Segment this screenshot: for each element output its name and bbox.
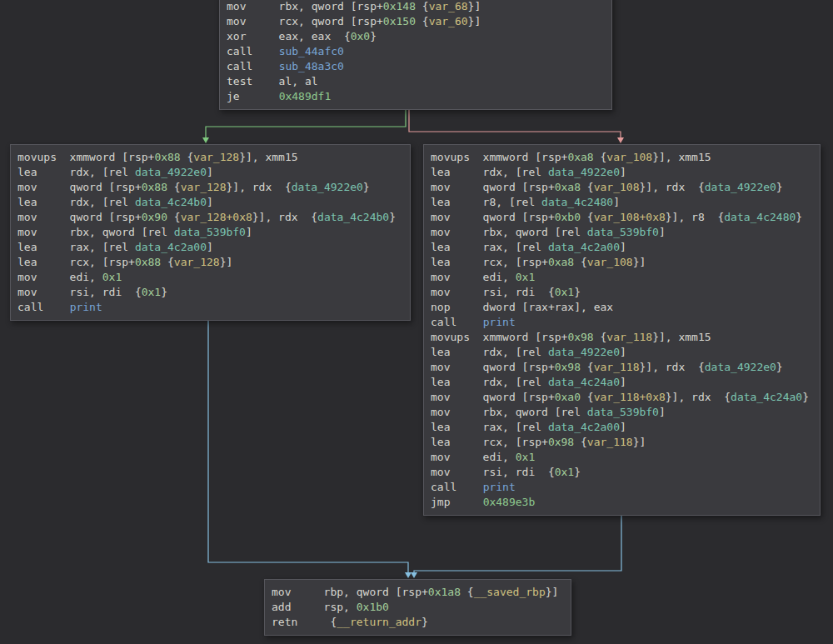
- asm-instruction[interactable]: lea rcx, [rsp+0xa8 {var_108}]: [431, 255, 813, 270]
- asm-instruction[interactable]: mov rbx, qword [rsp+0x148 {var_68}]: [227, 0, 605, 14]
- asm-token-function-symbol: print: [483, 481, 516, 493]
- asm-token-text: retn {: [272, 616, 337, 628]
- asm-instruction[interactable]: mov edi, 0x1: [431, 450, 813, 465]
- basic-block-exit[interactable]: mov rbp, qword [rsp+0x1a8 {__saved_rbp}]…: [264, 579, 571, 636]
- asm-token-text: jmp: [431, 496, 483, 508]
- asm-instruction[interactable]: je 0x489df1: [227, 89, 605, 104]
- asm-token-code-address: 0x489e3b: [483, 496, 536, 508]
- asm-token-text: }]: [220, 256, 233, 268]
- asm-instruction[interactable]: lea rdx, [rel data_4922e0]: [431, 165, 813, 180]
- asm-token-text: }: [161, 286, 167, 298]
- asm-instruction[interactable]: lea rax, [rel data_4c2a00]: [431, 420, 813, 435]
- graph-view[interactable]: mov rbx, qword [rsp+0x148 {var_68}]mov r…: [0, 0, 833, 644]
- asm-token-variable: var_108: [606, 151, 652, 163]
- asm-instruction[interactable]: jmp 0x489e3b: [431, 495, 813, 510]
- asm-token-text: add rsp,: [272, 601, 357, 613]
- asm-token-text: }], xmm15: [652, 331, 711, 343]
- asm-instruction[interactable]: mov edi, 0x1: [17, 270, 403, 285]
- asm-instruction[interactable]: mov rcx, qword [rsp+0x150 {var_60}]: [227, 14, 605, 29]
- asm-token-text: {: [167, 181, 181, 193]
- asm-token-variable: __return_addr: [337, 616, 421, 628]
- asm-token-data-symbol: data_4c24a0: [548, 376, 620, 388]
- asm-token-text: mov rbx, qword [rel: [431, 406, 587, 418]
- asm-instruction[interactable]: lea rdx, [rel data_4c24a0]: [431, 375, 813, 390]
- asm-instruction[interactable]: movups xmmword [rsp+0xa8 {var_108}], xmm…: [431, 150, 813, 165]
- asm-instruction[interactable]: mov rbx, qword [rel data_539bf0]: [431, 405, 813, 420]
- asm-instruction[interactable]: mov qword [rsp+0xa8 {var_108}], rdx {dat…: [431, 180, 813, 195]
- basic-block-true-branch[interactable]: movups xmmword [rsp+0x88 {var_128}], xmm…: [10, 144, 411, 321]
- asm-token-text: {: [416, 15, 429, 27]
- asm-instruction[interactable]: mov qword [rsp+0x90 {var_128+0x8}], rdx …: [17, 210, 403, 225]
- asm-instruction[interactable]: movups xmmword [rsp+0x88 {var_128}], xmm…: [17, 150, 403, 165]
- asm-token-number: 0x1: [516, 451, 535, 463]
- asm-token-number: 0x150: [383, 15, 416, 27]
- asm-instruction[interactable]: mov rbp, qword [rsp+0x1a8 {__saved_rbp}]: [272, 585, 564, 600]
- asm-token-text: ]: [207, 166, 213, 178]
- asm-token-text: ]: [613, 196, 620, 208]
- asm-instruction[interactable]: mov qword [rsp+0x88 {var_128}], rdx {dat…: [17, 180, 403, 195]
- asm-token-number: 0x90: [142, 211, 167, 223]
- asm-instruction[interactable]: lea r8, [rel data_4c2480]: [431, 195, 813, 210]
- asm-token-variable: var_118: [606, 331, 652, 343]
- asm-token-text: mov rsi, rdi {: [431, 286, 555, 298]
- asm-token-data-symbol: data_4c2a00: [548, 241, 620, 253]
- asm-token-text: }]: [468, 0, 481, 12]
- asm-instruction[interactable]: call print: [431, 480, 813, 495]
- asm-token-function-symbol: sub_44afc0: [279, 45, 344, 57]
- asm-instruction[interactable]: retn {__return_addr}: [272, 615, 564, 630]
- asm-instruction[interactable]: mov edi, 0x1: [431, 270, 813, 285]
- basic-block-false-branch[interactable]: movups xmmword [rsp+0xa8 {var_108}], xmm…: [423, 144, 821, 516]
- asm-token-text: }]: [633, 436, 646, 448]
- asm-instruction[interactable]: mov rsi, rdi {0x1}: [431, 465, 813, 480]
- asm-token-number: 0x148: [383, 0, 416, 12]
- asm-instruction[interactable]: mov qword [rsp+0x98 {var_118}], rdx {dat…: [431, 360, 813, 375]
- asm-token-data-symbol: data_4c24b0: [135, 196, 207, 208]
- asm-instruction[interactable]: movups xmmword [rsp+0x98 {var_118}], xmm…: [431, 330, 813, 345]
- asm-instruction[interactable]: mov qword [rsp+0xb0 {var_108+0x8}], r8 {…: [431, 210, 813, 225]
- basic-block-entry[interactable]: mov rbx, qword [rsp+0x148 {var_68}]mov r…: [219, 0, 612, 110]
- asm-token-data-symbol: data_539bf0: [587, 226, 659, 238]
- asm-token-text: mov rbp, qword [rsp+: [272, 586, 428, 598]
- asm-instruction[interactable]: lea rcx, [rsp+0x88 {var_128}]: [17, 255, 403, 270]
- asm-token-text: mov rcx, qword [rsp+: [227, 15, 383, 27]
- asm-token-text: lea r8, [rel: [431, 196, 541, 208]
- edge-arrowhead-icon: [202, 137, 209, 143]
- asm-instruction[interactable]: add rsp, 0x1b0: [272, 600, 564, 615]
- asm-instruction[interactable]: test al, al: [227, 74, 605, 89]
- asm-instruction[interactable]: mov qword [rsp+0xa0 {var_118+0x8}], rdx …: [431, 390, 813, 405]
- asm-token-text: call: [17, 301, 70, 313]
- asm-instruction[interactable]: lea rdx, [rel data_4922e0]: [17, 165, 403, 180]
- asm-token-text: {: [594, 331, 607, 343]
- asm-token-function-symbol: sub_48a3c0: [279, 60, 344, 72]
- asm-token-text: }: [389, 211, 396, 223]
- asm-token-text: lea rcx, [rsp+: [17, 256, 135, 268]
- asm-token-text: {: [416, 0, 429, 12]
- asm-instruction[interactable]: mov rsi, rdi {0x1}: [431, 285, 813, 300]
- asm-instruction[interactable]: lea rdx, [rel data_4922e0]: [431, 345, 813, 360]
- asm-instruction[interactable]: mov rbx, qword [rel data_539bf0]: [431, 225, 813, 240]
- asm-token-number: 0x98: [555, 361, 581, 373]
- asm-token-text: call: [227, 45, 279, 57]
- asm-instruction[interactable]: lea rcx, [rsp+0x98 {var_118}]: [431, 435, 813, 450]
- asm-instruction[interactable]: lea rax, [rel data_4c2a00]: [431, 240, 813, 255]
- asm-token-text: lea rax, [rel: [17, 241, 135, 253]
- asm-token-variable: __saved_rbp: [474, 586, 546, 598]
- asm-token-text: {: [574, 256, 587, 268]
- asm-instruction[interactable]: call sub_44afc0: [227, 44, 605, 59]
- asm-instruction[interactable]: mov rbx, qword [rel data_539bf0]: [17, 225, 403, 240]
- asm-instruction[interactable]: call sub_48a3c0: [227, 59, 605, 74]
- asm-token-text: xor eax, eax {: [227, 30, 351, 42]
- asm-instruction[interactable]: xor eax, eax {0x0}: [227, 29, 605, 44]
- asm-instruction[interactable]: call print: [17, 300, 403, 315]
- asm-instruction[interactable]: call print: [431, 315, 813, 330]
- control-flow-edge-true: [206, 110, 406, 137]
- asm-instruction[interactable]: lea rdx, [rel data_4c24b0]: [17, 195, 403, 210]
- asm-token-number: 0xa8: [567, 151, 593, 163]
- asm-instruction[interactable]: mov rsi, rdi {0x1}: [17, 285, 403, 300]
- asm-instruction[interactable]: nop dword [rax+rax], eax: [431, 300, 813, 315]
- asm-token-data-symbol: data_4c24a0: [731, 391, 802, 403]
- asm-token-text: lea rax, [rel: [431, 421, 548, 433]
- asm-instruction[interactable]: lea rax, [rel data_4c2a00]: [17, 240, 403, 255]
- asm-token-variable: var_118: [587, 436, 633, 448]
- asm-token-text: mov edi,: [431, 271, 516, 283]
